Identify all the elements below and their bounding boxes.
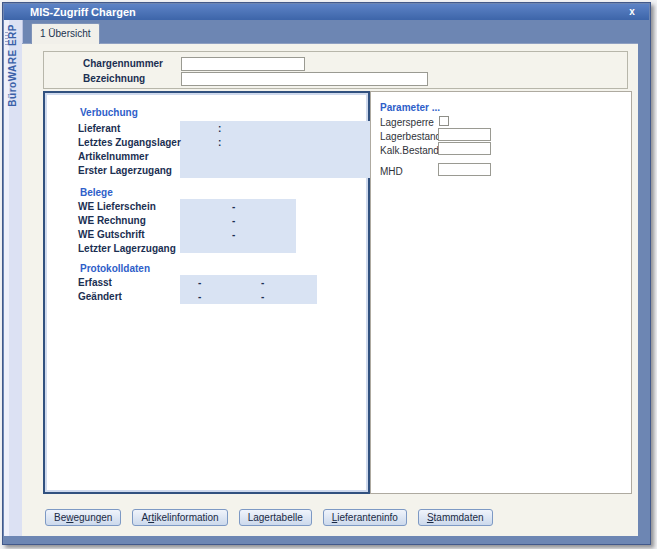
row-value: : (218, 137, 221, 148)
section-title-belege: Belege (80, 187, 113, 198)
mhd-input[interactable] (438, 163, 491, 176)
mhd-label: MHD (380, 166, 403, 177)
row-value: - (261, 291, 264, 302)
row-label: Artikelnummer (78, 151, 149, 162)
row-label: WE Gutschrift (78, 229, 145, 240)
row-label: Erfasst (78, 277, 112, 288)
bewegungen-button[interactable]: Bewegungen (45, 509, 121, 526)
header-form-box: Chargennummer Bezeichnung (43, 51, 628, 89)
row-label: Lieferant (78, 123, 120, 134)
parameter-title: Parameter ... (380, 102, 440, 113)
row-value: - (198, 291, 201, 302)
row-label: Letzter Lagerzugang (78, 243, 176, 254)
row-label: Geändert (78, 291, 122, 302)
window-title: MIS-Zugriff Chargen (30, 6, 136, 18)
section-title-verbuchung: Verbuchung (80, 107, 138, 118)
artikelinformation-button[interactable]: Artikelinformation (132, 509, 227, 526)
detail-panel: Verbuchung Lieferant : Letztes Zugangsla… (43, 91, 370, 494)
row-value: - (198, 277, 201, 288)
footer-button-bar: Bewegungen Artikelinformation Lagertabel… (45, 509, 493, 526)
row-value: - (232, 201, 235, 212)
row-value: - (261, 277, 264, 288)
bezeichnung-label: Bezeichnung (83, 73, 145, 84)
row-label: Letztes Zugangslager (78, 137, 181, 148)
app-window: MIS-Zugriff Chargen x BüroWARE ERP 1 Übe… (2, 2, 651, 545)
row-label: Erster Lagerzugang (78, 165, 172, 176)
parameter-panel: Parameter ... Lagersperre Lagerbestand K… (370, 91, 632, 494)
verbuchung-value-area (180, 121, 372, 178)
brand-label: BüroWARE ERP (7, 24, 18, 107)
row-value: - (232, 215, 235, 226)
title-bar[interactable]: MIS-Zugriff Chargen x (4, 4, 649, 20)
section-title-protokolldaten: Protokolldaten (80, 263, 150, 274)
tab-uebersicht[interactable]: 1 Übersicht (31, 23, 100, 44)
kalkbestand-input[interactable] (438, 142, 491, 155)
kalkbestand-label: Kalk.Bestand (380, 145, 439, 156)
close-icon[interactable]: x (625, 4, 639, 20)
chargennummer-label: Chargennummer (83, 58, 163, 69)
row-label: WE Lieferschein (78, 201, 156, 212)
row-label: WE Rechnung (78, 215, 146, 226)
row-value: - (232, 229, 235, 240)
chargennummer-input[interactable] (181, 57, 305, 71)
lagertabelle-button[interactable]: Lagertabelle (239, 509, 312, 526)
screen: MIS-Zugriff Chargen x BüroWARE ERP 1 Übe… (0, 0, 657, 549)
bezeichnung-input[interactable] (181, 72, 428, 86)
belege-value-area (180, 199, 296, 253)
lagersperre-checkbox[interactable] (439, 116, 449, 126)
lagerbestand-label: Lagerbestand (380, 131, 441, 142)
sidebar-strip: BüroWARE ERP (4, 20, 23, 536)
row-value: : (218, 123, 221, 134)
content-area: Chargennummer Bezeichnung Verbuchung Lie… (22, 43, 638, 536)
lieferanteninfo-button[interactable]: Lieferanteninfo (323, 509, 407, 526)
lagersperre-label: Lagersperre (380, 117, 434, 128)
stammdaten-button[interactable]: Stammdaten (418, 509, 493, 526)
lagerbestand-input[interactable] (438, 128, 491, 141)
